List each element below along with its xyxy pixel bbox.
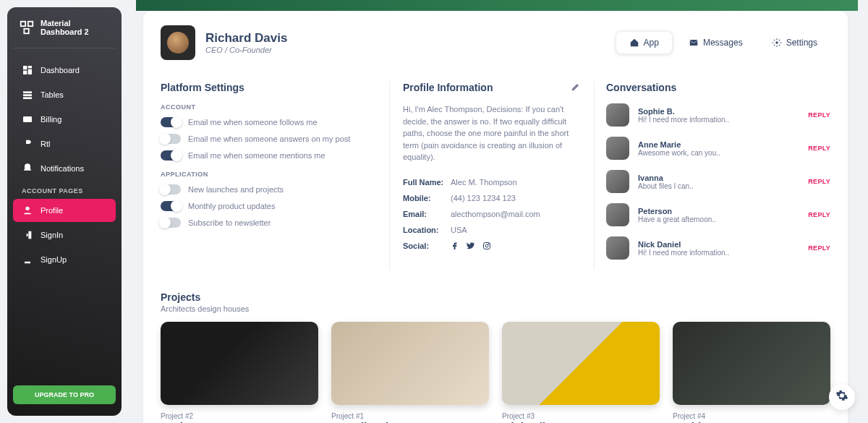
projects-grid: Project #2 Modern Project #1 Scandinavia… — [161, 322, 830, 423]
profile-role: CEO / Co-Founder — [205, 46, 287, 54]
sidebar-item-dashboard[interactable]: Dashboard — [13, 59, 116, 82]
toggle-newsletter: Subscribe to newsletter — [161, 218, 378, 228]
tabs: App Messages Settings — [616, 31, 830, 54]
sidebar-item-label: Tables — [41, 90, 64, 99]
info-email: Email: alecthompson@mail.com — [403, 210, 581, 218]
svg-point-13 — [775, 41, 778, 44]
tab-messages[interactable]: Messages — [676, 31, 756, 54]
rtl-icon — [22, 138, 33, 150]
sidebar-item-signup[interactable]: SignUp — [13, 248, 116, 271]
svg-rect-12 — [690, 40, 698, 46]
toggle-switch[interactable] — [161, 134, 181, 144]
upgrade-button[interactable]: UPGRADE TO PRO — [13, 385, 116, 404]
conversation-name: Nick Daniel — [638, 240, 799, 249]
svg-point-11 — [25, 207, 29, 210]
info-val: (44) 123 1234 123 — [451, 194, 516, 202]
sidebar-item-billing[interactable]: Billing — [13, 108, 116, 131]
conversation-item: Anne Marie Awesome work, can you.. REPLY — [606, 137, 830, 160]
profile-information: Profile Information Hi, I'm Alec Thompso… — [389, 82, 595, 270]
toggle-switch[interactable] — [161, 150, 181, 161]
info-social: Social: — [403, 242, 581, 252]
toggle-switch[interactable] — [161, 184, 181, 195]
toggle-updates: Monthly product updates — [161, 201, 378, 211]
info-val: USA — [451, 226, 467, 234]
edit-icon[interactable] — [571, 82, 581, 95]
settings-fab[interactable] — [829, 384, 855, 410]
tables-icon — [22, 89, 33, 101]
home-icon — [629, 38, 639, 48]
conversation-name: Ivanna — [638, 174, 799, 182]
svg-rect-9 — [23, 97, 32, 99]
main-card: Richard Davis CEO / Co-Founder App Messa… — [143, 11, 848, 423]
svg-rect-3 — [23, 66, 27, 69]
dashboard-icon — [22, 64, 33, 76]
section-title: Profile Information — [403, 82, 581, 93]
conversation-msg: Hi! I need more information.. — [638, 116, 799, 124]
instagram-icon[interactable] — [482, 242, 491, 252]
svg-rect-7 — [23, 91, 32, 93]
info-val: Alec M. Thompson — [451, 178, 517, 187]
profile-identity: Richard Davis CEO / Co-Founder — [205, 31, 287, 54]
tab-settings[interactable]: Settings — [759, 31, 830, 54]
brand: Material Dashboard 2 — [13, 19, 116, 48]
platform-settings: Platform Settings ACCOUNT Email me when … — [161, 82, 378, 270]
info-mobile: Mobile: (44) 123 1234 123 — [403, 194, 581, 202]
svg-rect-10 — [23, 116, 32, 122]
tab-app[interactable]: App — [616, 31, 673, 54]
reply-button[interactable]: REPLY — [808, 178, 830, 185]
conversation-item: Nick Daniel Hi! I need more information.… — [606, 236, 830, 260]
svg-rect-1 — [28, 22, 33, 26]
project-card[interactable]: Project #1 Scandinavian — [331, 322, 489, 423]
twitter-icon[interactable] — [467, 242, 475, 252]
reply-button[interactable]: REPLY — [808, 244, 830, 252]
signin-icon — [22, 229, 33, 241]
project-name: Minimalist — [502, 420, 660, 423]
project-number: Project #1 — [331, 412, 489, 420]
nav-section-label: ACCOUNT PAGES — [13, 181, 116, 197]
project-image — [673, 322, 830, 405]
svg-point-16 — [488, 243, 489, 244]
avatar — [606, 203, 629, 226]
sidebar-item-rtl[interactable]: Rtl — [13, 132, 116, 155]
account-label: ACCOUNT — [161, 103, 378, 111]
toggle-switch[interactable] — [161, 201, 181, 211]
sidebar-item-signin[interactable]: SignIn — [13, 223, 116, 247]
toggle-label: Email me when someone mentions me — [188, 151, 326, 160]
avatar — [161, 25, 195, 60]
reply-button[interactable]: REPLY — [808, 145, 830, 152]
toggle-label: New launches and projects — [188, 185, 284, 194]
project-image — [502, 322, 660, 405]
sidebar-item-tables[interactable]: Tables — [13, 83, 116, 106]
toggle-switch[interactable] — [161, 218, 181, 228]
section-title: Conversations — [606, 82, 830, 93]
sidebar-item-label: SignIn — [41, 231, 63, 239]
project-number: Project #2 — [161, 412, 318, 420]
conversation-name: Peterson — [638, 207, 799, 215]
sidebar-item-notifications[interactable]: Notifications — [13, 157, 116, 180]
toggle-switch[interactable] — [161, 117, 181, 127]
conversation-msg: Hi! I need more information.. — [638, 249, 799, 257]
project-name: Scandinavian — [331, 420, 489, 423]
projects-subtitle: Architects design houses — [161, 304, 830, 313]
sidebar-item-profile[interactable]: Profile — [13, 199, 116, 222]
project-card[interactable]: Project #2 Modern — [161, 322, 318, 423]
conversation-item: Sophie B. Hi! I need more information.. … — [606, 103, 830, 127]
profile-bio: Hi, I'm Alec Thompson, Decisions: If you… — [403, 103, 581, 163]
project-card[interactable]: Project #3 Minimalist — [502, 322, 660, 423]
reply-button[interactable]: REPLY — [808, 111, 830, 119]
avatar — [606, 170, 629, 193]
info-key: Social: — [403, 242, 446, 252]
project-name: Modern — [161, 420, 318, 423]
sidebar-item-label: Rtl — [41, 140, 50, 148]
reply-button[interactable]: REPLY — [808, 211, 830, 218]
avatar — [606, 103, 629, 127]
facebook-icon[interactable] — [451, 242, 459, 252]
svg-rect-8 — [23, 94, 32, 96]
sidebar: Material Dashboard 2 Dashboard Tables Bi… — [7, 7, 122, 416]
sidebar-item-label: Billing — [41, 115, 61, 124]
project-card[interactable]: Project #4 Gothic — [673, 322, 830, 423]
sidebar-item-label: Dashboard — [41, 66, 80, 74]
project-number: Project #3 — [502, 412, 660, 420]
tab-label: Settings — [786, 38, 817, 48]
conversation-msg: Have a great afternoon.. — [638, 215, 799, 223]
